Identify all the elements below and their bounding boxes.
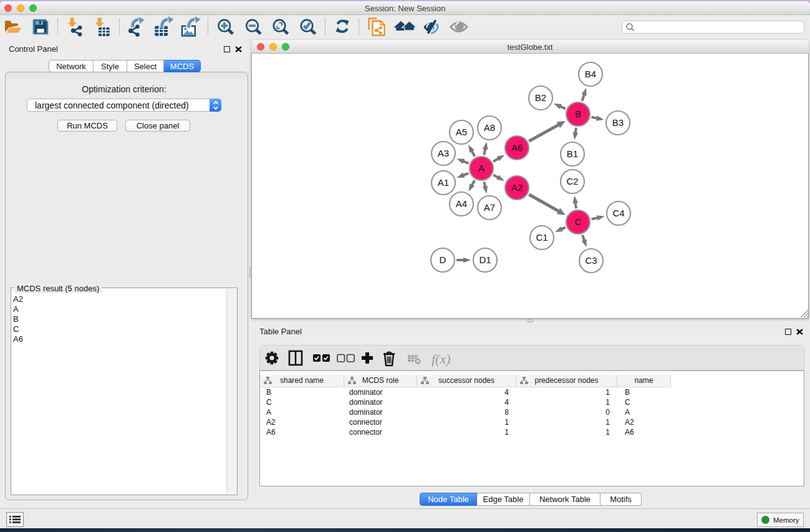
svg-text:A7: A7	[484, 202, 495, 213]
svg-text:A5: A5	[456, 127, 467, 137]
svg-text:B4: B4	[585, 69, 596, 79]
svg-text:f(x): f(x)	[432, 351, 451, 367]
svg-text:B1: B1	[567, 148, 578, 159]
svg-text:B: B	[575, 109, 581, 119]
svg-text:C: C	[575, 216, 582, 227]
svg-text:B2: B2	[535, 92, 546, 103]
svg-text:D: D	[440, 254, 446, 265]
svg-text:A2: A2	[511, 182, 523, 193]
svg-text:C3: C3	[585, 255, 597, 266]
svg-text:C1: C1	[536, 232, 547, 243]
svg-text:C4: C4	[612, 208, 624, 218]
svg-text:A1: A1	[438, 177, 449, 188]
svg-text:C2: C2	[566, 176, 578, 186]
svg-text:A8: A8	[484, 122, 495, 133]
svg-text:D1: D1	[479, 254, 491, 265]
svg-text:A4: A4	[456, 198, 467, 209]
svg-text:A3: A3	[438, 148, 449, 158]
svg-text:A6: A6	[511, 142, 523, 153]
svg-text:B3: B3	[612, 117, 624, 128]
svg-text:A: A	[478, 163, 485, 173]
